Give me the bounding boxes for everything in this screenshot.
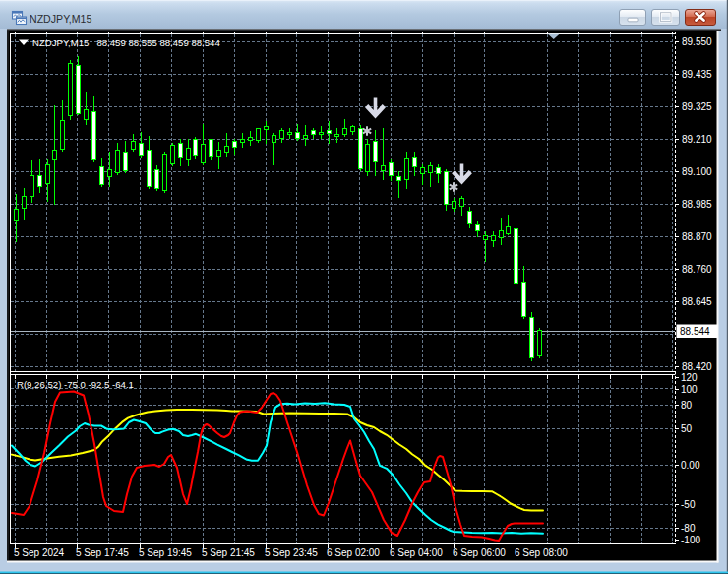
svg-text:5 Sep 23:45: 5 Sep 23:45 (265, 547, 318, 558)
svg-text:100: 100 (681, 384, 698, 395)
svg-text:88.645: 88.645 (682, 296, 712, 307)
svg-text:5 Sep 2024: 5 Sep 2024 (14, 547, 65, 558)
svg-text:0.00: 0.00 (681, 460, 700, 471)
svg-text:6 Sep 04:00: 6 Sep 04:00 (390, 547, 443, 558)
svg-text:5 Sep 21:45: 5 Sep 21:45 (202, 547, 255, 558)
svg-text:R(9,26,52) -75.0 -92.5 -64.1: R(9,26,52) -75.0 -92.5 -64.1 (17, 379, 134, 390)
svg-text:89.550: 89.550 (682, 36, 712, 47)
svg-text:88.870: 88.870 (682, 231, 712, 242)
svg-text:120: 120 (681, 372, 698, 383)
svg-text:89.210: 89.210 (682, 134, 712, 145)
svg-text:NZDJPY,M15 88.459 88.555 88.: NZDJPY,M15 88.459 88.555 88.459 88.544 (32, 37, 220, 48)
svg-text:-100: -100 (681, 535, 700, 545)
svg-text:6 Sep 08:00: 6 Sep 08:00 (515, 547, 568, 558)
svg-text:6 Sep 06:00: 6 Sep 06:00 (453, 547, 506, 558)
svg-text:89.325: 89.325 (682, 101, 712, 112)
svg-text:89.100: 89.100 (682, 166, 712, 177)
svg-text:88.985: 88.985 (682, 199, 712, 210)
svg-text:88.544: 88.544 (680, 326, 710, 337)
svg-text:88.760: 88.760 (682, 264, 712, 275)
svg-text:-80: -80 (681, 523, 696, 534)
svg-text:80: 80 (681, 400, 693, 411)
svg-text:88.420: 88.420 (682, 361, 712, 372)
svg-text:50: 50 (681, 423, 693, 434)
svg-text:-50: -50 (681, 499, 696, 510)
svg-text:5 Sep 17:45: 5 Sep 17:45 (76, 547, 129, 558)
svg-text:5 Sep 19:45: 5 Sep 19:45 (139, 547, 192, 558)
svg-text:89.435: 89.435 (682, 69, 712, 80)
svg-text:6 Sep 02:00: 6 Sep 02:00 (327, 547, 380, 558)
